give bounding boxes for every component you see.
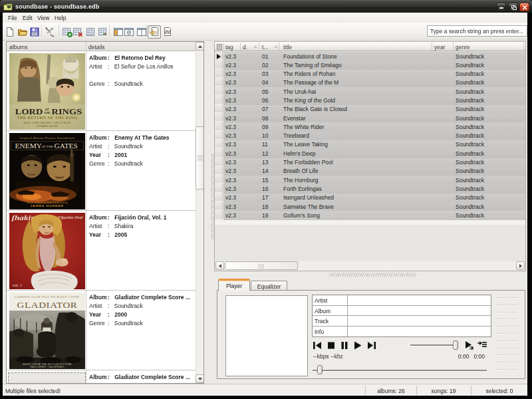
volume-slider-thumb[interactable]	[453, 340, 458, 350]
menu-edit[interactable]: Edit	[23, 15, 33, 21]
song-row[interactable]: v2.309The White RiderSoundtrack	[215, 122, 525, 131]
song-row[interactable]: v2.308EvenstarSoundtrack	[215, 114, 525, 122]
fijacion-oral-cover: ſhakira Fijación Oral vol. 1	[9, 213, 85, 289]
open-folder-button[interactable]	[16, 25, 29, 39]
col-header-track[interactable]: t...	[262, 44, 268, 51]
table-delete-button[interactable]	[71, 25, 84, 39]
row-selector-cell[interactable]	[215, 140, 223, 148]
songs-scroll-left-button[interactable]	[215, 261, 224, 270]
row-selector-cell[interactable]	[215, 70, 223, 78]
save-button[interactable]	[28, 25, 41, 39]
row-selector-cell[interactable]	[215, 194, 223, 201]
close-button[interactable]: ✕	[519, 3, 529, 11]
row-selector-cell[interactable]	[215, 176, 223, 184]
song-title: The Hornburg	[283, 177, 318, 184]
song-row[interactable]: v2.303The Riders of RohanSoundtrack	[215, 70, 525, 78]
row-selector-cell[interactable]	[215, 202, 223, 210]
row-selector-cell[interactable]	[215, 61, 223, 68]
song-tag: v2.3	[225, 88, 236, 95]
songs-scroll-right-button[interactable]	[516, 261, 525, 270]
song-row[interactable]: v2.301Foundations of StoneSoundtrack	[215, 52, 525, 61]
col-header-tag[interactable]: tag	[225, 44, 233, 51]
albums-scrollbar-thumb[interactable]	[196, 126, 204, 190]
song-row[interactable]: v2.316Forth EorlingasSoundtrack	[215, 184, 525, 193]
seek-slider-thumb[interactable]	[317, 365, 323, 374]
new-file-button[interactable]	[3, 25, 17, 39]
row-selector-cell[interactable]	[215, 122, 223, 130]
equalizer-page-button[interactable]	[161, 25, 174, 39]
album-row[interactable]: LAWRENCE ALGER THAN THE MARCH 5 ENTRY GL…	[7, 291, 196, 370]
row-selector-cell[interactable]	[215, 105, 223, 113]
row-selector-cell[interactable]	[215, 52, 223, 60]
col-header-disc[interactable]: d.	[243, 44, 247, 51]
row-selector-cell[interactable]	[215, 114, 223, 122]
tab-player[interactable]: Player	[218, 279, 250, 291]
song-tag: v2.3	[225, 132, 236, 139]
col-header-title[interactable]: title	[283, 44, 292, 51]
albums-scroll-down-button[interactable]	[196, 374, 204, 383]
album-row[interactable]: LORD OF THE RINGS THE RETURN OF THE KING…	[7, 52, 196, 131]
song-track: 08	[262, 115, 268, 122]
tools-button[interactable]	[43, 25, 56, 39]
song-row[interactable]: v2.311The Leave TakingSoundtrack	[215, 140, 525, 149]
song-row[interactable]: v2.318Samwise The BraveSoundtrack	[215, 202, 525, 211]
volume-slider-track[interactable]	[410, 344, 454, 346]
song-row[interactable]: v2.317Isengard UnleashedSoundtrack	[215, 194, 525, 202]
search-input[interactable]	[427, 25, 527, 37]
detail-label: Album	[89, 55, 108, 61]
player-page-button[interactable]	[148, 25, 161, 39]
albums-scroll-up-button[interactable]	[196, 42, 204, 51]
restore-button[interactable]	[508, 3, 518, 11]
song-row[interactable]: v2.305The Uruk-haiSoundtrack	[215, 87, 525, 96]
menu-view[interactable]: View	[37, 15, 49, 21]
window-body: FileEditViewHelp albums details	[3, 13, 527, 396]
play-file-icon[interactable]	[464, 340, 474, 350]
album-row[interactable]: Album: Gladiator Complete Score ...	[7, 371, 196, 384]
play-button[interactable]	[354, 341, 362, 350]
song-row[interactable]: v2.307The Black Gate is ClosedSoundtrack	[215, 105, 525, 114]
artist-name: Artist: El Señor De Los Anillos	[89, 63, 174, 70]
col-header-year[interactable]: year	[434, 44, 446, 51]
song-row[interactable]: v2.302The Taming of SméagoSoundtrack	[215, 61, 525, 69]
album-row[interactable]: ſhakira Fijación Oral vol. 1 Album: Fija…	[7, 211, 196, 291]
col-header-genre[interactable]: genre	[456, 44, 470, 51]
previous-button[interactable]	[313, 341, 322, 350]
song-row[interactable]: v2.315The HornburgSoundtrack	[215, 176, 525, 184]
minimize-button[interactable]	[496, 3, 506, 11]
row-selector-cell[interactable]	[215, 132, 223, 140]
song-row[interactable]: v2.319Gollum's SongSoundtrack	[215, 211, 525, 219]
row-selector-cell[interactable]	[215, 96, 223, 104]
next-button[interactable]	[367, 341, 376, 350]
pause-button[interactable]	[340, 341, 348, 350]
song-track: 17	[262, 194, 268, 201]
menu-file[interactable]: File	[8, 15, 17, 21]
song-row[interactable]: v2.314Breath Of LifeSoundtrack	[215, 167, 525, 176]
menu-help[interactable]: Help	[55, 15, 66, 21]
song-row[interactable]: v2.312Helm's DeepSoundtrack	[215, 149, 525, 158]
song-tag: v2.3	[225, 115, 236, 122]
horizontal-splitter[interactable]	[329, 273, 416, 277]
seek-slider-track[interactable]	[313, 370, 487, 371]
album-row[interactable]: Original Motion Picture Soundtrack ENEMY…	[7, 132, 196, 211]
follow-playback-icon[interactable]	[477, 340, 487, 350]
panel-preview-button[interactable]	[122, 25, 136, 39]
row-selector-cell[interactable]	[215, 167, 223, 175]
stop-button[interactable]	[327, 341, 335, 350]
table-go-button[interactable]	[96, 25, 110, 39]
row-selector-cell[interactable]	[215, 158, 223, 166]
song-row[interactable]: v2.313The Forbidden PoolSoundtrack	[215, 158, 525, 167]
song-row[interactable]: v2.304The Passage of the MSoundtrack	[215, 78, 525, 87]
row-selector-cell[interactable]	[215, 78, 223, 86]
svg-text:HANS ZIMMER · LISA GERRARD: HANS ZIMMER · LISA GERRARD	[30, 366, 65, 369]
row-selector-cell[interactable]	[215, 211, 223, 219]
row-selector-cell[interactable]	[215, 149, 223, 157]
song-row[interactable]: v2.306The King of the GoldSoundtrack	[215, 96, 525, 104]
row-selector-cell[interactable]	[215, 184, 223, 192]
songs-scrollbar-thumb[interactable]	[225, 261, 298, 270]
song-row[interactable]: v2.310TreebeardSoundtrack	[215, 132, 525, 140]
tab-equalizer[interactable]: Equalizer	[251, 281, 287, 291]
table-button[interactable]	[84, 25, 97, 39]
enemy-at-the-gates-cover: Original Motion Picture Soundtrack ENEMY…	[9, 133, 85, 209]
albums-scrollbar-track[interactable]	[196, 42, 204, 383]
row-selector-cell[interactable]	[215, 87, 223, 95]
